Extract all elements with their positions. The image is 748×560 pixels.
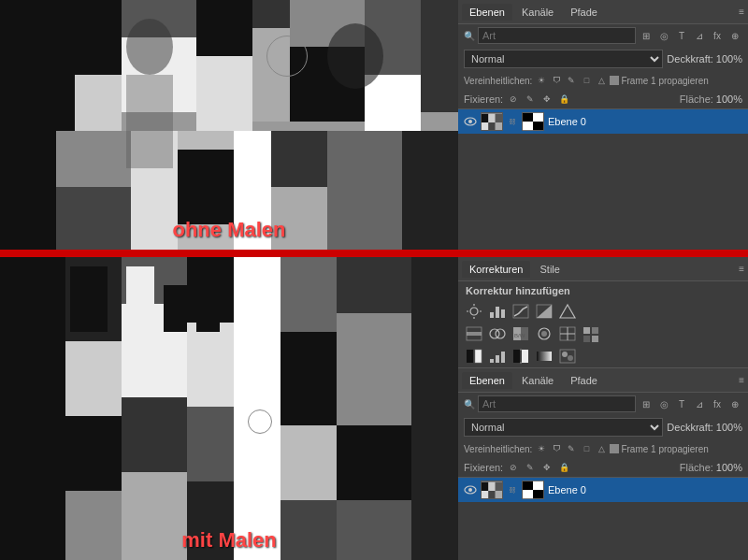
tab-stile[interactable]: Stile	[532, 261, 567, 278]
tab-pfade-bottom[interactable]: Pfade	[563, 372, 605, 389]
sun-icon-bottom[interactable]: ☀	[535, 442, 548, 455]
top-tabs-row: Ebenen Kanäle Pfade ≡	[458, 0, 748, 24]
triangle-icon-top[interactable]: △	[595, 74, 608, 87]
layer-icon-top[interactable]: ⊞	[639, 28, 654, 43]
frame-check-top[interactable]	[610, 76, 619, 85]
people-icon-bottom[interactable]: ⛉	[550, 442, 563, 455]
top-canvas-image	[0, 0, 458, 250]
layer-row-top[interactable]: ⛓ Ebene 0	[458, 109, 748, 134]
pencil-icon-bottom[interactable]: ✎	[565, 442, 578, 455]
move-icon-top[interactable]: ✥	[540, 93, 554, 106]
tab-kanaele-bottom[interactable]: Kanäle	[514, 372, 561, 389]
svg-rect-33	[488, 114, 495, 122]
brush-icon-top[interactable]: ✎	[524, 93, 537, 106]
korr-icon-colorlookup[interactable]	[581, 324, 601, 343]
svg-rect-68	[164, 285, 187, 332]
layer-row-bottom[interactable]: ⛓ Ebene 0	[458, 478, 748, 502]
svg-rect-102	[501, 352, 505, 363]
triangle-icon-bottom[interactable]: △	[595, 442, 608, 455]
search-icon-top: 🔍	[464, 31, 475, 41]
svg-rect-116	[496, 482, 502, 491]
korr-icon-posterize[interactable]	[487, 347, 508, 366]
blend-select-top[interactable]: Normal	[464, 50, 663, 68]
tab-kanaele-top[interactable]: Kanäle	[514, 4, 561, 21]
filter-icon-top[interactable]: ◎	[656, 28, 671, 43]
layer-icon-bottom[interactable]: ⊞	[639, 396, 654, 411]
korr-icon-vibrance[interactable]	[557, 302, 578, 321]
opacity-label-top: Deckkraft:	[667, 53, 713, 65]
korr-icon-invert[interactable]	[464, 347, 484, 366]
panel-close-top[interactable]: ≡	[739, 7, 744, 17]
lock-transparent-icon-bottom[interactable]: ⊘	[507, 461, 520, 474]
tab-pfade-top[interactable]: Pfade	[563, 4, 605, 21]
sun-icon-top[interactable]: ☀	[535, 74, 548, 87]
tab-korrekturen[interactable]: Korrekturen	[462, 261, 530, 278]
bottom-canvas-image	[0, 257, 458, 560]
top-fixieren-icons: ⊘ ✎ ✥ 🔒	[507, 93, 570, 106]
more-icon-bottom[interactable]: ⊕	[727, 396, 742, 411]
filter-icon-bottom[interactable]: ◎	[656, 396, 671, 411]
top-fill-row: Fläche: 100%	[680, 93, 742, 105]
blend-select-bottom[interactable]: Normal	[464, 418, 663, 437]
svg-rect-122	[533, 490, 543, 498]
bottom-panel: Korrekturen Stile ≡ Korrektur hinzufügen	[458, 257, 748, 560]
bw-svg: B/W	[511, 325, 530, 342]
svg-rect-60	[280, 500, 337, 560]
korr-icon-sun[interactable]	[464, 302, 484, 321]
more-icon-top[interactable]: ⊕	[727, 28, 742, 43]
vibrance-svg	[558, 303, 577, 320]
move-icon-bottom[interactable]: ✥	[540, 461, 554, 474]
square-icon-top[interactable]: □	[580, 74, 593, 87]
korr-icon-photofilter[interactable]	[534, 324, 554, 343]
svg-rect-8	[252, 0, 290, 28]
korr-icon-colorbalance[interactable]	[487, 324, 508, 343]
lock-icon-top[interactable]: 🔒	[557, 93, 570, 106]
korr-icon-curves[interactable]	[511, 302, 531, 321]
tab-ebenen-top[interactable]: Ebenen	[462, 4, 512, 21]
frame-check-bottom[interactable]	[610, 444, 619, 453]
svg-rect-54	[187, 407, 234, 481]
korr-icon-threshold[interactable]	[511, 347, 531, 366]
svg-rect-46	[65, 416, 122, 491]
svg-rect-99	[475, 350, 482, 363]
red-divider	[0, 250, 748, 257]
korr-icon-levels[interactable]	[487, 302, 508, 321]
korr-icon-hs[interactable]	[464, 324, 484, 343]
bottom-fixieren-icons: ⊘ ✎ ✥ 🔒	[507, 461, 570, 474]
adjust-icon-bottom[interactable]: ⊿	[692, 396, 707, 411]
text-icon-top[interactable]: T	[674, 28, 689, 43]
search-input-top[interactable]	[478, 27, 636, 44]
fx-icon-bottom[interactable]: fx	[710, 396, 725, 411]
pencil-icon-top[interactable]: ✎	[565, 74, 578, 87]
svg-rect-117	[482, 491, 488, 499]
svg-rect-59	[280, 425, 337, 500]
search-input-bottom[interactable]	[478, 395, 636, 412]
fx-icon-top[interactable]: fx	[710, 28, 725, 43]
svg-rect-34	[496, 114, 502, 122]
svg-rect-76	[496, 307, 499, 318]
svg-point-28	[327, 23, 383, 89]
svg-rect-100	[490, 359, 494, 363]
korr-icon-exposure[interactable]	[534, 302, 554, 321]
lock-transparent-icon-top[interactable]: ⊘	[507, 93, 520, 106]
korr-icon-channelmixer[interactable]	[557, 324, 578, 343]
text-icon-bottom[interactable]: T	[674, 396, 689, 411]
eye-icon-bottom[interactable]	[464, 483, 477, 496]
korr-icon-gradientmap[interactable]	[534, 347, 554, 366]
svg-point-26	[126, 19, 173, 75]
korr-panel-close[interactable]: ≡	[739, 264, 744, 274]
fill-value-top: 100%	[716, 93, 742, 105]
people-icon-top[interactable]: ⛉	[550, 74, 563, 87]
eye-icon-top[interactable]	[464, 115, 477, 128]
panel-close-bottom[interactable]: ≡	[739, 375, 744, 385]
tab-ebenen-bottom[interactable]: Ebenen	[462, 372, 512, 389]
korr-icon-selectivecolor[interactable]	[557, 347, 578, 366]
cl-svg	[582, 325, 600, 342]
svg-rect-41	[525, 123, 531, 129]
square-icon-bottom[interactable]: □	[580, 442, 593, 455]
brush-icon-bottom[interactable]: ✎	[524, 461, 537, 474]
chain-icon-bottom: ⛓	[507, 486, 518, 495]
lock-icon-bottom[interactable]: 🔒	[557, 461, 570, 474]
adjust-icon-top[interactable]: ⊿	[692, 28, 707, 43]
korr-icon-bw[interactable]: B/W	[511, 324, 531, 343]
